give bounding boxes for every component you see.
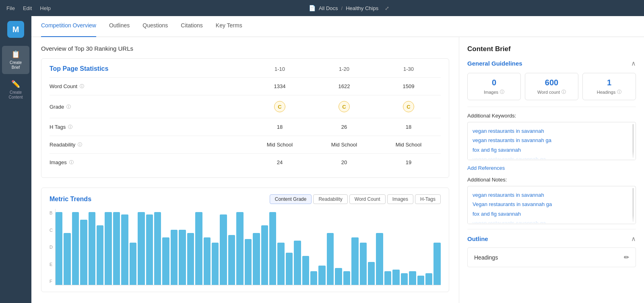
stat-vals-htags: 18 26 18 bbox=[248, 124, 441, 130]
guideline-headings-info-icon[interactable]: ⓘ bbox=[617, 89, 621, 95]
bar-27 bbox=[277, 243, 284, 285]
breadcrumb-all-docs[interactable]: All Docs bbox=[319, 5, 338, 11]
keyword-1: vegan restaurants in savannah bbox=[473, 126, 631, 136]
stat-val-img-1: 24 bbox=[248, 159, 312, 165]
guideline-wc-info-icon[interactable]: ⓘ bbox=[561, 89, 566, 95]
trend-buttons: Content Grade Readability Word Count Ima… bbox=[270, 194, 441, 204]
trend-btn-images[interactable]: Images bbox=[387, 194, 413, 204]
y-label-e: E bbox=[50, 262, 53, 267]
images-info-icon[interactable]: ⓘ bbox=[69, 159, 74, 165]
bar-46 bbox=[433, 243, 440, 285]
notes-scrollbar bbox=[632, 188, 634, 222]
outline-collapse-icon[interactable]: ∧ bbox=[631, 235, 636, 243]
trend-btn-readability[interactable]: Readability bbox=[313, 194, 347, 204]
stat-row-grade: Grade ⓘ C C C bbox=[50, 95, 441, 118]
stat-label-readability: Readability ⓘ bbox=[50, 142, 248, 148]
tab-citations[interactable]: Citations bbox=[181, 16, 202, 37]
bar-38 bbox=[368, 262, 375, 285]
bar-34 bbox=[335, 268, 342, 285]
stat-val-ht-2: 26 bbox=[312, 124, 376, 130]
readability-info-icon[interactable]: ⓘ bbox=[78, 142, 82, 148]
menu-file[interactable]: File bbox=[6, 5, 15, 11]
headings-label: Headings bbox=[474, 254, 498, 261]
create-content-icon: ✏️ bbox=[11, 80, 20, 89]
bar-31 bbox=[310, 271, 317, 285]
bar-23 bbox=[245, 239, 252, 285]
bar-22 bbox=[236, 212, 243, 285]
bar-28 bbox=[286, 253, 293, 285]
stat-val-ht-3: 18 bbox=[376, 124, 441, 130]
keywords-box: vegan restaurants in savannah vegan rest… bbox=[467, 122, 636, 160]
bar-42 bbox=[401, 273, 408, 285]
stat-val-grade-3: C bbox=[376, 101, 441, 112]
bar-19 bbox=[212, 243, 219, 285]
bar-45 bbox=[425, 273, 432, 285]
bar-16 bbox=[187, 233, 194, 285]
stat-row-word-count: Word Count ⓘ 1334 1622 1509 bbox=[50, 77, 441, 95]
sidebar-item-create-brief[interactable]: 📋 Create Brief bbox=[2, 46, 29, 74]
stat-val-wc-1: 1334 bbox=[248, 83, 312, 89]
bar-20 bbox=[220, 214, 227, 285]
sidebar-label-create-brief: Create Brief bbox=[5, 60, 26, 70]
trend-btn-htags[interactable]: H-Tags bbox=[415, 194, 441, 204]
stat-label-htags: H Tags ⓘ bbox=[50, 124, 248, 130]
general-guidelines-header: General Guidelines ∧ bbox=[467, 60, 636, 67]
y-label-b: B bbox=[50, 210, 53, 215]
bar-5 bbox=[97, 225, 103, 285]
bar-32 bbox=[318, 266, 325, 285]
bar-12 bbox=[154, 212, 161, 285]
main-panel: Competition Overview Outlines Questions … bbox=[31, 16, 644, 303]
menu-help[interactable]: Help bbox=[40, 5, 51, 11]
htags-info-icon[interactable]: ⓘ bbox=[68, 124, 72, 130]
headings-edit-icon[interactable]: ✏ bbox=[624, 254, 629, 261]
stat-val-grade-2: C bbox=[312, 101, 376, 112]
stat-row-htags: H Tags ⓘ 18 26 18 bbox=[50, 118, 441, 136]
tab-outlines[interactable]: Outlines bbox=[109, 16, 130, 37]
bar-41 bbox=[392, 270, 399, 285]
bar-43 bbox=[409, 271, 416, 285]
col-header-1-30: 1-30 bbox=[376, 66, 441, 72]
tab-questions[interactable]: Questions bbox=[142, 16, 168, 37]
share-icon[interactable]: ⤢ bbox=[385, 5, 389, 11]
stat-label-grade: Grade ⓘ bbox=[50, 104, 248, 110]
stat-val-grade-1: C bbox=[248, 101, 312, 112]
chart-y-labels: B C D E F bbox=[50, 209, 53, 285]
guidelines-collapse-icon[interactable]: ∧ bbox=[631, 60, 636, 67]
panel-title: Content Brief bbox=[467, 45, 636, 53]
divider-1 bbox=[467, 107, 636, 107]
topbar-breadcrumb: 📄 All Docs / Healthy Chips ⤢ bbox=[60, 5, 638, 11]
bar-2 bbox=[72, 212, 79, 285]
keyword-4: vegan restaurants savannah ga bbox=[473, 155, 631, 160]
guideline-label-images: Images ⓘ bbox=[473, 89, 516, 95]
note-4: vegan restaurants savannah ga bbox=[473, 218, 631, 224]
bar-13 bbox=[162, 237, 169, 285]
stats-title: Top Page Statistics bbox=[50, 65, 248, 72]
guideline-images-info-icon[interactable]: ⓘ bbox=[500, 89, 504, 95]
bar-17 bbox=[195, 212, 202, 285]
bar-18 bbox=[204, 237, 211, 285]
tab-competition-overview[interactable]: Competition Overview bbox=[41, 16, 96, 37]
stat-vals-word-count: 1334 1622 1509 bbox=[248, 83, 441, 89]
trend-btn-word-count[interactable]: Word Count bbox=[349, 194, 386, 204]
bar-24 bbox=[253, 233, 260, 285]
stat-val-read-2: Mid School bbox=[312, 142, 376, 148]
trend-btn-content-grade[interactable]: Content Grade bbox=[270, 194, 312, 204]
trends-title: Metric Trends bbox=[50, 196, 270, 203]
content-area: Overview of Top 30 Ranking URLs Top Page… bbox=[31, 37, 644, 303]
logo-text: M bbox=[12, 25, 19, 34]
sidebar-logo: M bbox=[7, 21, 24, 38]
add-references-link[interactable]: Add References bbox=[467, 165, 636, 171]
outline-header: Outline ∧ bbox=[467, 235, 636, 243]
menu-edit[interactable]: Edit bbox=[23, 5, 32, 11]
guideline-num-word-count: 600 bbox=[530, 78, 573, 87]
bar-35 bbox=[343, 271, 350, 285]
chart-area: B C D E F bbox=[50, 209, 441, 285]
grade-info-icon[interactable]: ⓘ bbox=[66, 104, 71, 110]
outline-title: Outline bbox=[467, 235, 488, 242]
topbar-menu: File Edit Help bbox=[6, 5, 51, 11]
sidebar-item-create-content[interactable]: ✏️ Create Content bbox=[2, 76, 29, 104]
word-count-info-icon[interactable]: ⓘ bbox=[80, 83, 84, 89]
tab-key-terms[interactable]: Key Terms bbox=[216, 16, 242, 37]
notes-box: vegan restaurants in savannah Vegan rest… bbox=[467, 186, 636, 224]
bar-29 bbox=[294, 241, 301, 285]
